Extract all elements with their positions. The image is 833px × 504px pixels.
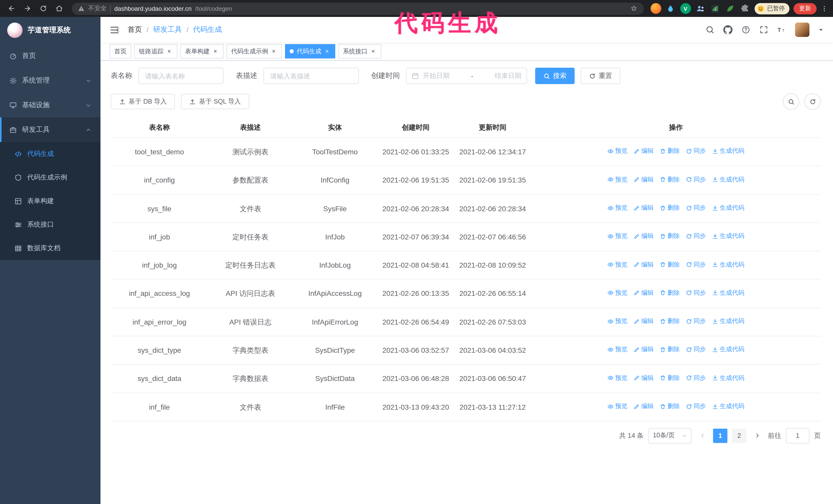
extension-people-icon[interactable] — [695, 3, 706, 14]
row-action-eye-link[interactable]: 预览 — [608, 175, 627, 184]
row-action-download-link[interactable]: 生成代码 — [712, 402, 744, 411]
row-action-download-link[interactable]: 生成代码 — [712, 374, 744, 383]
toggle-search-button[interactable] — [783, 93, 799, 110]
sidebar-item-codegen-example[interactable]: 代码生成示例 — [0, 166, 100, 189]
user-avatar[interactable] — [795, 23, 809, 37]
row-action-download-link[interactable]: 生成代码 — [712, 147, 744, 156]
sidebar-item-system-api[interactable]: 系统接口 — [0, 213, 100, 236]
url-bar[interactable]: 不安全 dashboard.yudao.iocoder.cn /tool/cod… — [72, 2, 644, 15]
forward-button[interactable] — [21, 2, 33, 15]
row-action-eye-link[interactable]: 预览 — [608, 232, 627, 241]
app-logo[interactable]: 芋道管理系统 — [0, 17, 100, 44]
page-button-1[interactable]: 1 — [713, 429, 728, 443]
row-action-sync-link[interactable]: 同步 — [686, 345, 706, 354]
row-action-sync-link[interactable]: 同步 — [686, 147, 706, 156]
row-action-eye-link[interactable]: 预览 — [608, 345, 627, 354]
github-icon[interactable] — [723, 25, 733, 34]
row-action-trash-link[interactable]: 删除 — [660, 203, 680, 213]
row-action-edit-link[interactable]: 编辑 — [634, 374, 653, 383]
sidebar-item-system-management[interactable]: 系统管理 — [0, 68, 100, 93]
search-icon[interactable] — [705, 25, 715, 34]
row-action-download-link[interactable]: 生成代码 — [712, 232, 744, 241]
row-action-edit-link[interactable]: 编辑 — [634, 232, 653, 241]
row-action-sync-link[interactable]: 同步 — [686, 289, 706, 297]
sidebar-item-infrastructure[interactable]: 基础设施 — [0, 93, 100, 117]
reload-button[interactable] — [37, 2, 49, 15]
row-action-edit-link[interactable]: 编辑 — [634, 260, 653, 269]
fullscreen-icon[interactable] — [759, 25, 768, 34]
row-action-sync-link[interactable]: 同步 — [686, 317, 706, 326]
sidebar-item-dev-tools[interactable]: 研发工具 — [0, 117, 100, 142]
table-desc-input[interactable] — [263, 68, 359, 84]
close-icon[interactable]: × — [166, 48, 173, 55]
sidebar-item-form-builder[interactable]: 表单构建 — [0, 189, 100, 213]
row-action-sync-link[interactable]: 同步 — [686, 203, 706, 213]
breadcrumb-dev-tools[interactable]: 研发工具 — [153, 25, 182, 34]
sidebar-item-code-generation[interactable]: 代码生成 — [0, 142, 100, 166]
tab-trace[interactable]: 链路追踪× — [134, 44, 177, 58]
row-action-trash-link[interactable]: 删除 — [660, 289, 680, 297]
table-name-input[interactable] — [138, 68, 223, 84]
row-action-eye-link[interactable]: 预览 — [608, 374, 627, 383]
help-icon[interactable] — [741, 25, 751, 34]
goto-page-input[interactable] — [786, 428, 809, 443]
extension-orange-icon[interactable] — [650, 3, 661, 14]
page-button-2[interactable]: 2 — [732, 429, 746, 443]
row-action-edit-link[interactable]: 编辑 — [634, 289, 653, 297]
close-icon[interactable]: × — [370, 48, 377, 55]
tab-system-api[interactable]: 系统接口× — [338, 44, 381, 58]
tab-code-generation[interactable]: 代码生成× — [285, 44, 335, 58]
row-action-edit-link[interactable]: 编辑 — [634, 203, 653, 213]
font-size-icon[interactable]: TT — [777, 25, 786, 34]
sidebar-toggle-icon[interactable] — [110, 25, 119, 34]
close-icon[interactable]: × — [270, 48, 277, 55]
row-action-sync-link[interactable]: 同步 — [686, 232, 706, 241]
row-action-eye-link[interactable]: 预览 — [608, 402, 627, 411]
tab-codegen-example[interactable]: 代码生成示例× — [227, 44, 282, 58]
row-action-download-link[interactable]: 生成代码 — [712, 175, 744, 184]
row-action-download-link[interactable]: 生成代码 — [712, 289, 744, 297]
reset-button[interactable]: 重置 — [581, 68, 620, 84]
sidebar-item-home[interactable]: 首页 — [0, 44, 100, 68]
row-action-edit-link[interactable]: 编辑 — [634, 147, 653, 156]
chrome-update-button[interactable]: 更新 — [793, 3, 816, 14]
row-action-trash-link[interactable]: 删除 — [660, 175, 680, 184]
row-action-eye-link[interactable]: 预览 — [608, 203, 627, 213]
row-action-trash-link[interactable]: 删除 — [660, 402, 680, 411]
bookmark-star-icon[interactable] — [630, 5, 638, 12]
next-page-button[interactable] — [751, 429, 763, 443]
paused-badge[interactable]: 已暂停 — [754, 3, 789, 14]
row-action-eye-link[interactable]: 预览 — [608, 260, 627, 269]
tab-form-builder[interactable]: 表单构建× — [181, 44, 223, 58]
home-button[interactable] — [53, 2, 65, 15]
row-action-edit-link[interactable]: 编辑 — [634, 402, 653, 411]
page-size-select[interactable]: 10条/页 — [648, 428, 691, 443]
row-action-sync-link[interactable]: 同步 — [686, 260, 706, 269]
extension-droplet-icon[interactable] — [665, 3, 676, 14]
row-action-trash-link[interactable]: 删除 — [660, 345, 680, 354]
row-action-download-link[interactable]: 生成代码 — [712, 203, 744, 213]
row-action-eye-link[interactable]: 预览 — [608, 147, 627, 156]
search-button[interactable]: 搜索 — [535, 68, 575, 84]
row-action-edit-link[interactable]: 编辑 — [634, 345, 653, 354]
close-icon[interactable]: × — [212, 48, 219, 55]
kebab-menu-icon[interactable] — [821, 4, 828, 13]
prev-page-button[interactable] — [696, 429, 709, 443]
close-icon[interactable]: × — [324, 48, 331, 55]
row-action-eye-link[interactable]: 预览 — [608, 317, 627, 326]
row-action-trash-link[interactable]: 删除 — [660, 260, 680, 269]
row-action-edit-link[interactable]: 编辑 — [634, 175, 653, 184]
row-action-sync-link[interactable]: 同步 — [686, 374, 706, 383]
row-action-trash-link[interactable]: 删除 — [660, 147, 680, 156]
import-db-button[interactable]: 基于 DB 导入 — [111, 94, 175, 109]
extension-green-v-icon[interactable]: V — [680, 3, 691, 14]
row-action-trash-link[interactable]: 删除 — [660, 374, 680, 383]
row-action-sync-link[interactable]: 同步 — [686, 402, 706, 411]
row-action-trash-link[interactable]: 删除 — [660, 232, 680, 241]
back-button[interactable] — [5, 2, 18, 15]
row-action-eye-link[interactable]: 预览 — [608, 289, 627, 297]
row-action-download-link[interactable]: 生成代码 — [712, 345, 744, 354]
row-action-download-link[interactable]: 生成代码 — [712, 260, 744, 269]
tab-home[interactable]: 首页 — [110, 44, 131, 58]
extensions-puzzle-icon[interactable] — [739, 3, 750, 14]
